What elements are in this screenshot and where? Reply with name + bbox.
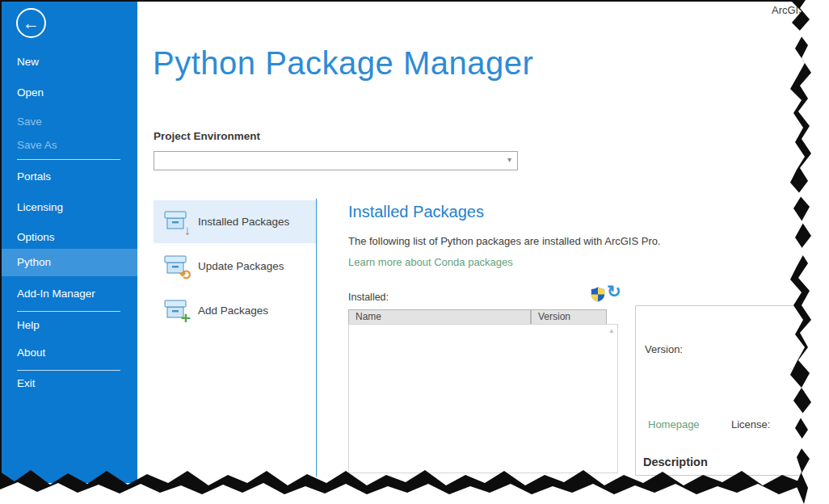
- version-label: Version:: [645, 343, 683, 355]
- add-plus-glyph: +: [181, 309, 191, 326]
- window-top-border: [0, 0, 829, 2]
- page-title: Python Package Manager: [153, 45, 533, 82]
- conda-learn-more-link[interactable]: Learn more about Conda packages: [348, 256, 513, 268]
- sidebar-separator: [17, 370, 120, 371]
- homepage-link[interactable]: Homepage: [648, 418, 700, 430]
- sidebar-item-add-in-manager[interactable]: Add-In Manager: [0, 284, 137, 304]
- sidebar-item-python[interactable]: Python: [0, 249, 137, 276]
- sidebar-item-about[interactable]: About: [0, 343, 137, 363]
- panel-separator-line: [316, 199, 317, 477]
- package-download-icon: ↓: [162, 208, 190, 235]
- description-heading: Description: [643, 456, 708, 468]
- nav-item-label: Add Packages: [198, 289, 268, 332]
- nav-item-label: Update Packages: [198, 245, 284, 288]
- sidebar-item-licensing[interactable]: Licensing: [0, 198, 137, 217]
- column-header-name[interactable]: Name: [348, 309, 531, 325]
- sidebar-item-open[interactable]: Open: [0, 83, 137, 103]
- chevron-down-icon: ▾: [507, 156, 511, 164]
- sidebar-item-help[interactable]: Help: [0, 316, 137, 335]
- refresh-glyph: ⟲: [179, 268, 191, 282]
- package-add-icon: +: [162, 296, 190, 324]
- nav-item-installed-packages[interactable]: ↓ Installed Packages: [154, 200, 316, 243]
- sidebar-item-save-as: Save As: [0, 136, 137, 155]
- installed-packages-heading: Installed Packages: [348, 203, 484, 221]
- sidebar-separator: [17, 159, 120, 160]
- arcgis-brand-text: ArcGIS: [772, 4, 806, 16]
- download-arrow-glyph: ↓: [184, 224, 191, 237]
- nav-item-update-packages[interactable]: ⟲ Update Packages: [154, 245, 316, 288]
- back-button[interactable]: ←: [16, 8, 46, 38]
- scrollbar-up-icon[interactable]: ▲: [608, 327, 615, 334]
- installed-packages-table: [348, 324, 618, 473]
- sidebar-item-portals[interactable]: Portals: [0, 167, 137, 187]
- installed-list-label: Installed:: [348, 292, 389, 303]
- project-environment-combobox[interactable]: ▾: [154, 151, 518, 170]
- sidebar-item-exit[interactable]: Exit: [0, 374, 137, 393]
- sidebar-item-save: Save: [0, 112, 137, 132]
- nav-item-label: Installed Packages: [198, 200, 289, 243]
- python-package-manager-backstage: ← New Open Save Save As Portals Licensin…: [0, 0, 829, 504]
- back-arrow-icon: ←: [23, 15, 40, 32]
- window-left-border: [0, 0, 2, 485]
- license-label: License:: [731, 418, 770, 430]
- project-environment-label: Project Environment: [154, 130, 260, 142]
- sidebar-separator: [17, 311, 120, 312]
- sidebar-item-options[interactable]: Options: [0, 228, 137, 247]
- installed-packages-description: The following list of Python packages ar…: [348, 235, 661, 247]
- uac-shield-icon[interactable]: [591, 287, 605, 302]
- package-details-panel: Version: Homepage License: Description: [635, 305, 823, 476]
- nav-item-add-packages[interactable]: + Add Packages: [154, 289, 316, 332]
- sidebar-item-new[interactable]: New: [0, 52, 137, 72]
- refresh-icon[interactable]: ↻: [607, 283, 621, 300]
- package-refresh-icon: ⟲: [162, 252, 190, 279]
- column-header-version[interactable]: Version: [531, 309, 607, 325]
